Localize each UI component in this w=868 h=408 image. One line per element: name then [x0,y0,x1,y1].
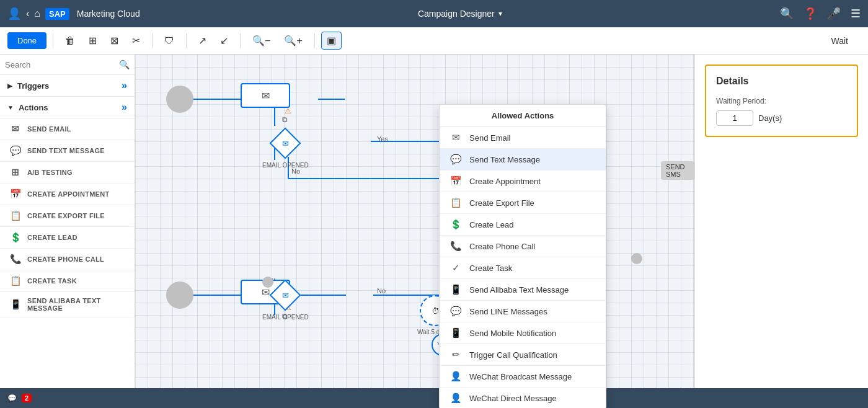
popup-item-wechat-direct[interactable]: 👤 WeChat Direct Message [440,388,606,408]
zoom-in-button[interactable]: 🔍+ [278,32,308,50]
send-email-popup-icon: ✉ [450,132,462,143]
start-node-bottom[interactable] [166,282,193,309]
sidebar-item-send-email[interactable]: ✉ SEND EMAIL [0,118,135,140]
email-opened-label-bottom: EMAIL OPENED [262,314,309,321]
create-lead-popup-label: Create Lead [469,220,514,229]
sap-logo: SAP [45,8,69,20]
create-task-popup-icon: ✓ [450,262,462,273]
waiting-period-label: Waiting Period: [716,97,847,105]
create-task-popup-label: Create Task [469,264,512,273]
help-icon[interactable]: ❓ [804,7,817,20]
popup-header: Allowed Actions [440,105,606,127]
sidebar: 🔍 ▶ Triggers » ▼ Actions » ✉ SEND EMAIL … [0,55,135,408]
shield-tool-button[interactable]: 🛡 [159,32,180,50]
sidebar-item-create-phone-call[interactable]: 📞 CREATE PHONE CALL [0,249,135,270]
waiting-period-row: Day(s) [716,110,847,126]
actions-section-add-icon[interactable]: » [122,102,127,113]
popup-item-send-email[interactable]: ✉ Send Email [440,127,606,149]
trigger-call-popup-label: Trigger Call Qualification [469,350,557,360]
sidebar-item-create-task[interactable]: 📋 CREATE TASK [0,270,135,292]
create-appointment-popup-label: Create Appointment [469,177,541,186]
export-tool-button[interactable]: ↗ [193,32,212,50]
allowed-actions-popup: Allowed Actions ✉ Send Email 💬 Send Text… [439,104,606,408]
sidebar-item-ab-testing[interactable]: ⊞ A/B TESTING [0,162,135,184]
email-opened-diamond-top[interactable]: ✉ EMAIL OPENED [262,127,309,169]
popup-item-trigger-call[interactable]: ✏ Trigger Call Qualification [440,344,606,366]
popup-item-send-alibaba[interactable]: 📱 Send Alibaba Text Message [440,279,606,301]
popup-item-create-task[interactable]: ✓ Create Task [440,257,606,279]
sidebar-item-create-appointment[interactable]: 📅 CREATE APPOINTMENT [0,184,135,205]
send-email-popup-label: Send Email [469,133,510,143]
sidebar-item-send-email-label: SEND EMAIL [27,125,71,133]
mic-icon[interactable]: 🎤 [827,7,841,20]
popup-item-create-lead[interactable]: 💲 Create Lead [440,214,606,236]
popup-item-wechat-broadcast[interactable]: 👤 WeChat Broadcast Message [440,366,606,388]
send-line-popup-icon: 💬 [450,306,462,317]
merge-tool-button[interactable]: ⊠ [105,32,124,50]
start-node-top[interactable] [166,86,193,113]
send-alibaba-popup-icon: 📱 [450,284,462,295]
email-send-node-top[interactable]: ✉ ⚠ ⧉ [241,83,290,108]
app-name: Marketing Cloud [77,9,140,19]
popup-item-send-line[interactable]: 💬 Send LINE Messages [440,301,606,322]
menu-icon[interactable]: ☰ [851,7,861,20]
sidebar-item-send-text[interactable]: 💬 SEND TEXT MESSAGE [0,140,135,162]
popup-item-create-export[interactable]: 📋 Create Export File [440,192,606,214]
popup-item-send-mobile[interactable]: 📱 Send Mobile Notification [440,322,606,344]
ab-testing-icon: ⊞ [10,167,21,178]
send-alibaba-popup-label: Send Alibaba Text Message [469,285,569,295]
triggers-section-add-icon[interactable]: » [122,80,127,91]
import-tool-button[interactable]: ↙ [215,32,234,50]
chat-count-badge[interactable]: 2 [22,394,32,402]
triggers-section-header[interactable]: ▶ Triggers » [0,75,135,97]
canvas-connectors [135,55,694,408]
create-lead-icon: 💲 [10,232,21,243]
sidebar-item-create-task-label: CREATE TASK [27,277,77,285]
popup-item-create-appointment[interactable]: 📅 Create Appointment [440,171,606,192]
create-task-icon: 📋 [10,275,21,286]
actions-section-header[interactable]: ▼ Actions » [0,97,135,118]
wechat-direct-popup-label: WeChat Direct Message [469,394,557,403]
expand-circle-left-bottom[interactable] [262,277,273,288]
actions-list: ✉ SEND EMAIL 💬 SEND TEXT MESSAGE ⊞ A/B T… [0,118,135,317]
triggers-section-label: Triggers [17,81,49,91]
popup-item-create-phone-call[interactable]: 📞 Create Phone Call [440,236,606,257]
sidebar-item-send-alibaba[interactable]: 📱 SEND ALIBABA TEXT MESSAGE [0,292,135,317]
popup-item-send-text[interactable]: 💬 Send Text Message [440,149,606,171]
done-button[interactable]: Done [7,32,46,49]
scissors-tool-button[interactable]: ✂ [126,32,146,50]
top-right-icons: 🔍 ❓ 🎤 ☰ [780,7,861,20]
sidebar-item-create-export-label: CREATE EXPORT FILE [27,212,105,220]
sidebar-search-container: 🔍 [0,55,135,75]
send-sms-label: SEND SMS [661,161,694,180]
toolbar: Done 🗑 ⊞ ⊠ ✂ 🛡 ↗ ↙ 🔍− 🔍+ ▣ Wait [0,27,868,55]
toolbar-divider-1 [53,33,53,48]
waiting-period-unit: Day(s) [758,113,782,123]
start-circle-top [166,86,193,113]
send-email-icon: ✉ [10,123,21,135]
sidebar-item-create-lead[interactable]: 💲 CREATE LEAD [0,227,135,249]
send-mobile-popup-label: Send Mobile Notification [469,329,556,338]
search-input[interactable] [5,60,115,69]
sidebar-item-ab-testing-label: A/B TESTING [27,169,73,176]
no-label-bottom: No [377,287,386,295]
chat-icon[interactable]: 💬 [7,394,17,402]
dropdown-arrow[interactable]: ▾ [498,9,502,18]
back-icon[interactable]: ‹ [26,8,29,19]
search-icon: 🔍 [119,60,130,69]
toolbar-divider-2 [152,33,153,48]
home-icon[interactable]: ⌂ [34,8,40,19]
zoom-out-button[interactable]: 🔍− [247,32,276,50]
details-panel: Details Waiting Period: Day(s) [694,55,868,408]
campaign-canvas[interactable]: ✉ ⚠ ⧉ ✉ EMAIL OPENED Yes No Yes ⏱ Wait 5… [135,55,694,408]
wait-label: Wait [831,36,861,46]
sidebar-item-create-export[interactable]: 📋 CREATE EXPORT FILE [0,205,135,227]
user-icon[interactable]: 👤 [7,7,21,20]
details-card: Details Waiting Period: Day(s) [705,64,858,137]
waiting-period-input[interactable] [716,110,753,126]
split-tool-button[interactable]: ⊞ [83,32,102,50]
sidebar-item-send-text-label: SEND TEXT MESSAGE [27,147,105,154]
delete-tool-button[interactable]: 🗑 [60,32,81,50]
search-icon[interactable]: 🔍 [780,7,794,20]
panel-toggle-button[interactable]: ▣ [321,32,342,50]
